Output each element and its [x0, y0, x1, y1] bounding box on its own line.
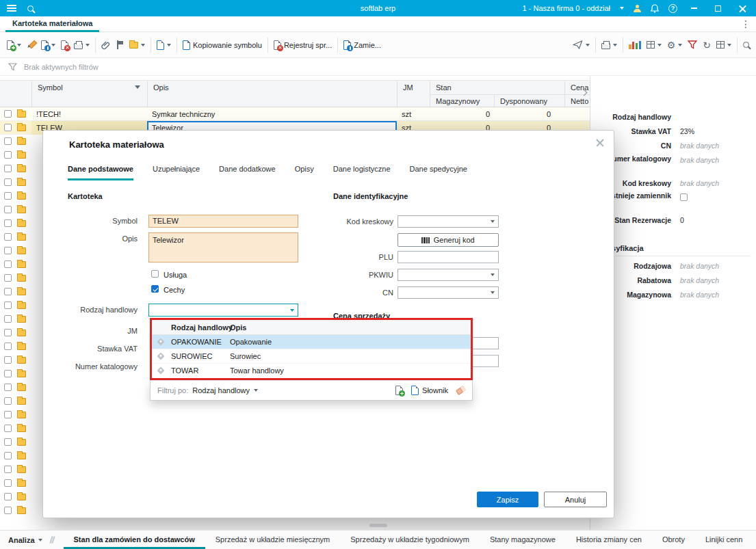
row-checkbox[interactable] [4, 466, 12, 473]
row-checkbox[interactable] [4, 315, 12, 323]
tab-kartoteka-materialowa[interactable]: Kartoteka materiałowa [5, 16, 99, 32]
panel-collapse-handle[interactable] [369, 524, 387, 527]
bottom-tab-obroty[interactable]: Obroty [652, 531, 695, 549]
register-sale-button[interactable]: Rejestruj spr... [271, 36, 335, 55]
dialog-tab-dane-spedycyjne[interactable]: Dane spedycyjne [410, 165, 467, 180]
company-selector[interactable]: 1 - Nasza firma 0 - oddział [523, 4, 610, 12]
table-row-stub[interactable] [0, 285, 42, 299]
column-header-jm[interactable]: JM [397, 81, 430, 107]
row-checkbox[interactable] [4, 137, 12, 145]
bottom-tab-stan-zamowien[interactable]: Stan dla zamówien do dostawców [64, 531, 205, 549]
table-row-stub[interactable] [0, 449, 42, 463]
table-row-stub[interactable] [0, 135, 42, 148]
row-checkbox[interactable] [4, 151, 12, 159]
column-header-opis[interactable]: Opis [147, 81, 397, 107]
refresh-button[interactable]: ↻ [700, 36, 714, 55]
flag-button[interactable] [114, 36, 127, 55]
user-icon[interactable] [634, 5, 641, 12]
column-header-dysponowany[interactable]: Dysponowany [494, 94, 564, 108]
table-row-stub[interactable] [0, 230, 42, 244]
maximize-button[interactable] [711, 3, 725, 14]
row-checkbox[interactable] [4, 452, 12, 459]
table-row-stub[interactable] [0, 326, 42, 340]
edit-record-button[interactable] [24, 36, 38, 55]
table-row-stub[interactable] [0, 148, 42, 162]
filter-field-selector[interactable]: Rodzaj handlowy [192, 386, 250, 394]
row-checkbox[interactable] [4, 192, 12, 200]
table-row-stub[interactable] [0, 504, 42, 518]
bottom-tab-stany-magazynowe[interactable]: Stany magazynowe [480, 531, 566, 549]
table-row-stub[interactable] [0, 408, 42, 422]
dialog-close-icon[interactable] [595, 137, 605, 148]
row-checkbox[interactable] [4, 302, 12, 309]
row-checkbox[interactable] [4, 356, 12, 364]
table-row-stub[interactable] [0, 271, 42, 285]
settings-button[interactable]: ⚙ [664, 36, 686, 55]
row-checkbox[interactable] [4, 206, 12, 213]
table-row-stub[interactable] [0, 477, 42, 490]
column-header-netto[interactable]: Netto [564, 94, 590, 108]
column-header-symbol[interactable]: Symbol [31, 81, 147, 107]
delete-record-button[interactable] [58, 36, 71, 55]
row-checkbox[interactable] [4, 165, 12, 172]
row-checkbox[interactable] [4, 493, 12, 500]
row-checkbox[interactable] [4, 384, 12, 391]
usluga-checkbox[interactable] [151, 270, 159, 278]
dropdown-option-surowiec[interactable]: SUROWIEC Surowiec [152, 349, 471, 364]
generuj-kod-button[interactable]: Generuj kod [397, 233, 499, 247]
minimize-button[interactable] [687, 5, 701, 12]
bell-icon[interactable] [651, 4, 659, 13]
document-info-button[interactable] [38, 36, 58, 55]
dropdown-option-opakowanie[interactable]: OPAKOWANIE Opakowanie [152, 335, 471, 349]
row-checkbox[interactable] [4, 260, 12, 268]
export-button[interactable] [644, 36, 664, 55]
close-button[interactable] [735, 2, 751, 15]
row-checkbox[interactable] [4, 411, 12, 418]
table-row-stub[interactable] [0, 340, 42, 353]
save-button[interactable]: Zapisz [477, 492, 538, 507]
folder-button[interactable] [127, 36, 148, 55]
search-icon[interactable] [27, 5, 34, 12]
column-header-stan[interactable]: Stan [430, 81, 564, 94]
row-checkbox[interactable] [4, 124, 12, 131]
row-checkbox[interactable] [4, 288, 12, 295]
row-checkbox[interactable] [4, 329, 12, 336]
attachment-button[interactable] [99, 36, 114, 55]
table-row-stub[interactable] [0, 162, 42, 176]
row-checkbox[interactable] [4, 219, 12, 227]
table-row-stub[interactable] [0, 244, 42, 258]
table-row[interactable]: !TECH! Symkar techniczny szt 0 0 [0, 107, 590, 121]
dialog-tab-dane-dodatkowe[interactable]: Dane dodatkowe [219, 165, 276, 180]
cechy-checkbox[interactable] [151, 285, 159, 293]
istnieje-zamiennik-checkbox[interactable] [680, 193, 688, 201]
print-preview-button[interactable] [599, 36, 620, 55]
copy-symbol-button[interactable]: Kopiowanie symbolu [180, 36, 265, 55]
dialog-tab-dane-logistyczne[interactable]: Dane logistyczne [333, 165, 391, 180]
dropdown-option-towar[interactable]: TOWAR Towar handlowy [152, 364, 471, 378]
plu-input[interactable] [397, 251, 499, 263]
search-button[interactable] [740, 36, 752, 55]
table-row-stub[interactable] [0, 381, 42, 394]
table-row-stub[interactable] [0, 436, 42, 449]
menu-icon[interactable] [7, 5, 16, 12]
replace-button[interactable]: Zamie... [341, 36, 384, 55]
table-row-stub[interactable] [0, 258, 42, 271]
table-row-stub[interactable] [0, 490, 42, 504]
row-checkbox[interactable] [4, 110, 12, 118]
table-row-stub[interactable] [0, 203, 42, 217]
row-checkbox[interactable] [4, 370, 12, 377]
pkwiu-select[interactable] [397, 269, 499, 281]
row-checkbox[interactable] [4, 425, 12, 432]
eraser-icon[interactable] [456, 386, 466, 395]
chevron-down-icon[interactable] [254, 389, 258, 392]
row-checkbox[interactable] [4, 438, 12, 446]
table-row-stub[interactable] [0, 463, 42, 477]
table-row-stub[interactable] [0, 299, 42, 312]
table-row-stub[interactable] [0, 353, 42, 367]
table-row-stub[interactable] [0, 312, 42, 326]
new-record-button[interactable] [4, 36, 24, 55]
clear-filter-button[interactable] [685, 36, 700, 55]
more-options-icon[interactable]: ⋮ [741, 18, 751, 30]
chevron-down-icon[interactable] [620, 7, 624, 10]
row-checkbox[interactable] [4, 178, 12, 186]
